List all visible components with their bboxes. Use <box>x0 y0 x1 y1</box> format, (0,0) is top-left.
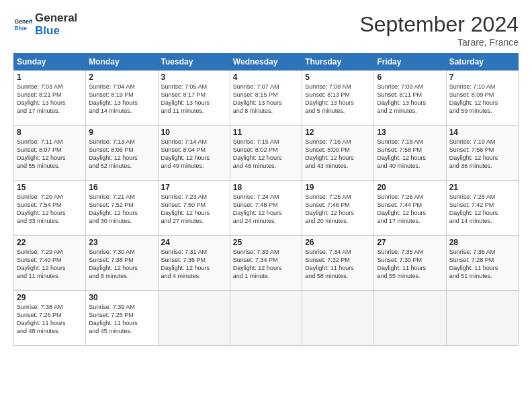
calendar-cell: 7Sunrise: 7:10 AM Sunset: 8:09 PM Daylig… <box>446 71 518 126</box>
day-number: 10 <box>161 128 227 137</box>
col-header-tuesday: Tuesday <box>158 54 230 71</box>
day-info: Sunrise: 7:33 AM Sunset: 7:34 PM Dayligh… <box>233 248 299 281</box>
calendar-cell: 9Sunrise: 7:13 AM Sunset: 8:06 PM Daylig… <box>86 126 158 181</box>
day-info: Sunrise: 7:13 AM Sunset: 8:06 PM Dayligh… <box>89 138 154 171</box>
calendar-cell: 14Sunrise: 7:19 AM Sunset: 7:56 PM Dayli… <box>446 126 518 181</box>
calendar-cell: 6Sunrise: 7:09 AM Sunset: 8:11 PM Daylig… <box>374 71 446 126</box>
calendar-cell: 20Sunrise: 7:26 AM Sunset: 7:44 PM Dayli… <box>374 181 446 236</box>
day-number: 6 <box>377 73 443 82</box>
calendar-cell: 18Sunrise: 7:24 AM Sunset: 7:48 PM Dayli… <box>230 181 302 236</box>
calendar-cell: 4Sunrise: 7:07 AM Sunset: 8:15 PM Daylig… <box>230 71 302 126</box>
day-info: Sunrise: 7:25 AM Sunset: 7:46 PM Dayligh… <box>305 193 371 226</box>
calendar-cell: 30Sunrise: 7:39 AM Sunset: 7:25 PM Dayli… <box>86 291 158 346</box>
day-number: 16 <box>89 183 154 192</box>
day-info: Sunrise: 7:35 AM Sunset: 7:30 PM Dayligh… <box>377 248 443 281</box>
calendar-cell: 10Sunrise: 7:14 AM Sunset: 8:04 PM Dayli… <box>158 126 230 181</box>
day-info: Sunrise: 7:23 AM Sunset: 7:50 PM Dayligh… <box>161 193 227 226</box>
day-info: Sunrise: 7:03 AM Sunset: 8:21 PM Dayligh… <box>17 83 83 116</box>
month-title: September 2024 <box>359 12 519 37</box>
day-info: Sunrise: 7:21 AM Sunset: 7:52 PM Dayligh… <box>89 193 154 226</box>
calendar-cell: 2Sunrise: 7:04 AM Sunset: 8:19 PM Daylig… <box>86 71 158 126</box>
day-info: Sunrise: 7:07 AM Sunset: 8:15 PM Dayligh… <box>233 83 299 116</box>
col-header-saturday: Saturday <box>446 54 518 71</box>
calendar-cell: 3Sunrise: 7:05 AM Sunset: 8:17 PM Daylig… <box>158 71 230 126</box>
day-number: 1 <box>17 73 83 82</box>
day-number: 12 <box>305 128 371 137</box>
day-number: 11 <box>233 128 299 137</box>
day-info: Sunrise: 7:14 AM Sunset: 8:04 PM Dayligh… <box>161 138 227 171</box>
col-header-sunday: Sunday <box>14 54 86 71</box>
calendar-cell: 27Sunrise: 7:35 AM Sunset: 7:30 PM Dayli… <box>374 236 446 291</box>
day-number: 7 <box>449 73 515 82</box>
calendar-week-row: 8Sunrise: 7:11 AM Sunset: 8:07 PM Daylig… <box>14 126 519 181</box>
calendar-cell: 12Sunrise: 7:16 AM Sunset: 8:00 PM Dayli… <box>302 126 374 181</box>
calendar-week-row: 29Sunrise: 7:38 AM Sunset: 7:26 PM Dayli… <box>14 291 519 346</box>
calendar-cell: 29Sunrise: 7:38 AM Sunset: 7:26 PM Dayli… <box>14 291 86 346</box>
day-info: Sunrise: 7:11 AM Sunset: 8:07 PM Dayligh… <box>17 138 83 171</box>
calendar-cell: 13Sunrise: 7:18 AM Sunset: 7:58 PM Dayli… <box>374 126 446 181</box>
calendar-cell <box>446 291 518 346</box>
day-number: 8 <box>17 128 83 137</box>
day-number: 19 <box>305 183 371 192</box>
calendar-cell: 16Sunrise: 7:21 AM Sunset: 7:52 PM Dayli… <box>86 181 158 236</box>
day-info: Sunrise: 7:24 AM Sunset: 7:48 PM Dayligh… <box>233 193 299 226</box>
col-header-friday: Friday <box>374 54 446 71</box>
logo-icon: General Blue <box>13 15 32 34</box>
day-number: 5 <box>305 73 371 82</box>
day-number: 28 <box>449 238 515 247</box>
day-number: 29 <box>17 293 83 302</box>
svg-text:Blue: Blue <box>15 24 28 31</box>
header: General Blue GeneralBlue September 2024 … <box>13 12 519 48</box>
day-number: 18 <box>233 183 299 192</box>
day-number: 27 <box>377 238 443 247</box>
calendar-cell: 15Sunrise: 7:20 AM Sunset: 7:54 PM Dayli… <box>14 181 86 236</box>
day-info: Sunrise: 7:30 AM Sunset: 7:38 PM Dayligh… <box>89 248 154 281</box>
calendar-week-row: 15Sunrise: 7:20 AM Sunset: 7:54 PM Dayli… <box>14 181 519 236</box>
day-info: Sunrise: 7:16 AM Sunset: 8:00 PM Dayligh… <box>305 138 371 171</box>
calendar-cell: 1Sunrise: 7:03 AM Sunset: 8:21 PM Daylig… <box>14 71 86 126</box>
calendar-week-row: 22Sunrise: 7:29 AM Sunset: 7:40 PM Dayli… <box>14 236 519 291</box>
day-info: Sunrise: 7:26 AM Sunset: 7:44 PM Dayligh… <box>377 193 443 226</box>
day-number: 3 <box>161 73 227 82</box>
calendar-cell: 11Sunrise: 7:15 AM Sunset: 8:02 PM Dayli… <box>230 126 302 181</box>
col-header-monday: Monday <box>86 54 158 71</box>
day-info: Sunrise: 7:28 AM Sunset: 7:42 PM Dayligh… <box>449 193 515 226</box>
logo-text: GeneralBlue <box>35 12 77 37</box>
day-number: 24 <box>161 238 227 247</box>
day-info: Sunrise: 7:34 AM Sunset: 7:32 PM Dayligh… <box>305 248 371 281</box>
day-number: 30 <box>89 293 154 302</box>
day-info: Sunrise: 7:08 AM Sunset: 8:13 PM Dayligh… <box>305 83 371 116</box>
calendar-cell <box>374 291 446 346</box>
day-number: 15 <box>17 183 83 192</box>
calendar-cell: 19Sunrise: 7:25 AM Sunset: 7:46 PM Dayli… <box>302 181 374 236</box>
day-number: 25 <box>233 238 299 247</box>
day-number: 14 <box>449 128 515 137</box>
day-info: Sunrise: 7:09 AM Sunset: 8:11 PM Dayligh… <box>377 83 443 116</box>
day-info: Sunrise: 7:38 AM Sunset: 7:26 PM Dayligh… <box>17 303 83 336</box>
logo: General Blue GeneralBlue <box>13 12 77 37</box>
col-header-wednesday: Wednesday <box>230 54 302 71</box>
calendar-cell: 24Sunrise: 7:31 AM Sunset: 7:36 PM Dayli… <box>158 236 230 291</box>
day-info: Sunrise: 7:15 AM Sunset: 8:02 PM Dayligh… <box>233 138 299 171</box>
day-info: Sunrise: 7:04 AM Sunset: 8:19 PM Dayligh… <box>89 83 154 116</box>
svg-text:General: General <box>15 18 32 25</box>
day-info: Sunrise: 7:29 AM Sunset: 7:40 PM Dayligh… <box>17 248 83 281</box>
calendar-cell: 28Sunrise: 7:36 AM Sunset: 7:28 PM Dayli… <box>446 236 518 291</box>
day-info: Sunrise: 7:19 AM Sunset: 7:56 PM Dayligh… <box>449 138 515 171</box>
day-info: Sunrise: 7:31 AM Sunset: 7:36 PM Dayligh… <box>161 248 227 281</box>
day-info: Sunrise: 7:20 AM Sunset: 7:54 PM Dayligh… <box>17 193 83 226</box>
day-info: Sunrise: 7:36 AM Sunset: 7:28 PM Dayligh… <box>449 248 515 281</box>
day-info: Sunrise: 7:05 AM Sunset: 8:17 PM Dayligh… <box>161 83 227 116</box>
calendar-cell <box>302 291 374 346</box>
day-number: 9 <box>89 128 154 137</box>
calendar-header-row: SundayMondayTuesdayWednesdayThursdayFrid… <box>14 54 519 71</box>
calendar-cell: 8Sunrise: 7:11 AM Sunset: 8:07 PM Daylig… <box>14 126 86 181</box>
day-number: 26 <box>305 238 371 247</box>
day-number: 17 <box>161 183 227 192</box>
day-number: 23 <box>89 238 154 247</box>
day-number: 20 <box>377 183 443 192</box>
calendar-cell: 23Sunrise: 7:30 AM Sunset: 7:38 PM Dayli… <box>86 236 158 291</box>
day-number: 21 <box>449 183 515 192</box>
calendar-cell: 17Sunrise: 7:23 AM Sunset: 7:50 PM Dayli… <box>158 181 230 236</box>
calendar-cell: 5Sunrise: 7:08 AM Sunset: 8:13 PM Daylig… <box>302 71 374 126</box>
